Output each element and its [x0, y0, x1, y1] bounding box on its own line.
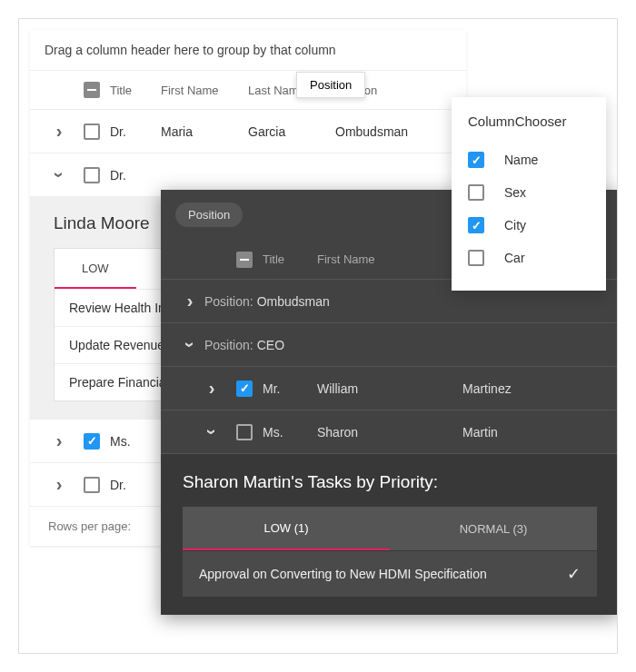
- tab-low[interactable]: LOW: [55, 249, 136, 289]
- cell-title: Dr.: [110, 478, 161, 492]
- cell-title: Dr.: [110, 168, 161, 183]
- header-first-name[interactable]: First Name: [161, 84, 248, 97]
- cell-position: Ombudsman: [335, 124, 452, 139]
- table-row: Dr. Maria Garcia Ombudsman: [30, 110, 466, 153]
- chevron-down-icon[interactable]: [201, 429, 222, 435]
- row-checkbox[interactable]: [236, 424, 253, 440]
- tab-low[interactable]: LOW (1): [183, 507, 390, 550]
- chevron-down-icon[interactable]: [48, 172, 69, 178]
- cell-last-name: Martin: [462, 425, 604, 440]
- group-drop-zone[interactable]: Drag a column header here to group by th…: [30, 30, 466, 70]
- cell-first-name: Maria: [161, 124, 248, 139]
- light-header-row: Title First Name Last Name Position: [30, 70, 466, 110]
- header-title[interactable]: Title: [110, 84, 161, 97]
- header-title[interactable]: Title: [263, 252, 317, 266]
- row-checkbox[interactable]: [236, 380, 253, 397]
- table-row: Ms. Sharon Martin: [161, 410, 618, 454]
- cell-title: Ms.: [263, 425, 317, 440]
- table-row: Mr. William Martinez: [161, 367, 618, 410]
- tab-normal[interactable]: NORMAL (3): [390, 507, 597, 550]
- row-checkbox[interactable]: [84, 124, 100, 140]
- cell-title: Ms.: [110, 434, 161, 449]
- group-value: Ombudsman: [257, 294, 330, 309]
- task-text: Approval on Converting to New HDMI Speci…: [199, 567, 487, 581]
- cell-first-name: Sharon: [317, 425, 462, 440]
- column-chooser-panel: ColumnChooser Name Sex City Car: [452, 97, 606, 291]
- cell-last-name: Garcia: [248, 124, 335, 139]
- option-label: Car: [504, 251, 525, 265]
- cell-title: Dr.: [110, 124, 161, 139]
- row-checkbox[interactable]: [84, 477, 100, 493]
- drag-column-chip[interactable]: Position: [296, 72, 365, 98]
- group-label: Position:: [204, 338, 253, 352]
- detail-title: Sharon Martin's Tasks by Priority:: [183, 472, 597, 492]
- row-checkbox[interactable]: [84, 167, 100, 183]
- select-all-checkbox[interactable]: [236, 252, 253, 268]
- row-checkbox[interactable]: [84, 433, 100, 450]
- option-checkbox[interactable]: [468, 152, 484, 168]
- column-chooser-item[interactable]: Car: [468, 242, 590, 274]
- group-label: Position:: [204, 294, 253, 309]
- chevron-right-icon[interactable]: [56, 474, 63, 495]
- task-item: Approval on Converting to New HDMI Speci…: [183, 551, 597, 597]
- cell-last-name: Martinez: [462, 381, 604, 396]
- chevron-down-icon[interactable]: [179, 341, 200, 348]
- select-all-checkbox[interactable]: [84, 82, 100, 98]
- column-chooser-title: ColumnChooser: [468, 114, 590, 129]
- group-row[interactable]: Position: CEO: [161, 323, 618, 367]
- option-checkbox[interactable]: [468, 184, 484, 201]
- option-label: Sex: [504, 185, 526, 200]
- chevron-right-icon[interactable]: [56, 121, 63, 142]
- cell-first-name: William: [317, 381, 462, 396]
- header-first-name[interactable]: First Name: [317, 252, 462, 266]
- option-checkbox[interactable]: [468, 250, 484, 266]
- option-label: Name: [504, 153, 538, 167]
- tabs-dark: LOW (1) NORMAL (3): [183, 507, 597, 550]
- column-chooser-item[interactable]: City: [468, 209, 590, 242]
- chevron-right-icon[interactable]: [187, 291, 194, 311]
- column-chooser-item[interactable]: Sex: [468, 176, 590, 209]
- checkmark-icon: ✓: [567, 564, 581, 584]
- cell-title: Mr.: [263, 381, 317, 396]
- group-chip-position[interactable]: Position: [175, 203, 243, 227]
- column-chooser-item[interactable]: Name: [468, 143, 590, 176]
- chevron-right-icon[interactable]: [209, 378, 215, 399]
- chevron-right-icon[interactable]: [56, 430, 63, 451]
- group-value: CEO: [257, 338, 284, 352]
- row-detail-panel-dark: Sharon Martin's Tasks by Priority: LOW (…: [161, 454, 618, 615]
- option-checkbox[interactable]: [468, 217, 484, 233]
- option-label: City: [504, 218, 526, 232]
